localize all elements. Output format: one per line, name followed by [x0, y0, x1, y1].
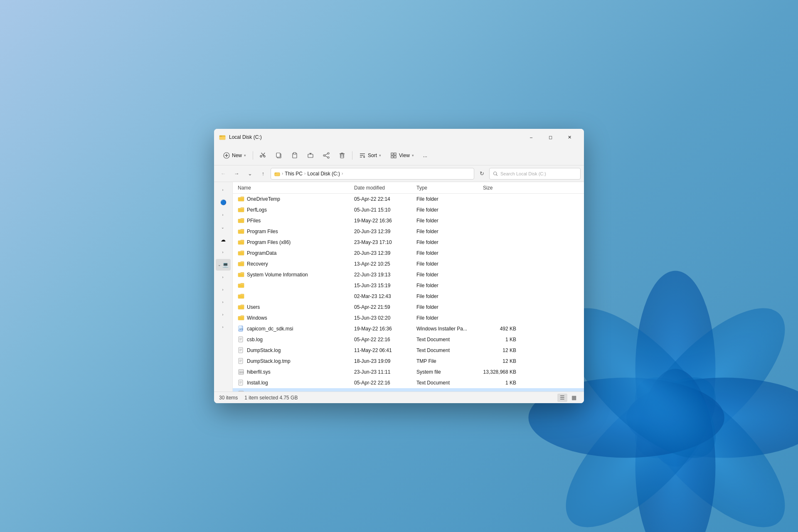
path-local-disk: Local Disk (C:): [307, 171, 340, 177]
sidebar-item-1[interactable]: ›: [216, 184, 231, 196]
path-separator-3: ›: [342, 171, 343, 176]
file-name: OneDriveTemp: [247, 196, 280, 202]
table-row[interactable]: Install.log05-Apr-22 22:16Text Document1…: [233, 377, 584, 388]
share-button[interactable]: [319, 148, 334, 163]
file-name: Users: [247, 304, 260, 310]
sidebar-item-4[interactable]: ⌄: [216, 222, 231, 233]
new-button[interactable]: New ▾: [219, 148, 250, 163]
minimize-button[interactable]: –: [522, 131, 541, 144]
sidebar-item-12[interactable]: ›: [216, 321, 231, 333]
table-row[interactable]: System Volume Information22-Jun-23 19:13…: [233, 269, 584, 280]
file-size: 492 KB: [480, 326, 521, 332]
file-name-cell: Users: [234, 304, 351, 310]
copy-button[interactable]: [271, 148, 286, 163]
toolbar-separator-1: [253, 151, 253, 160]
sidebar-item-7[interactable]: ⌄ 💻: [216, 259, 231, 271]
file-date: 05-Jun-21 15:10: [351, 207, 413, 213]
view-button[interactable]: View ▾: [386, 148, 418, 163]
up-button[interactable]: ↑: [257, 168, 269, 180]
file-name: Program Files (x86): [247, 239, 291, 245]
details-view-button[interactable]: ☰: [557, 394, 567, 402]
tiles-view-button[interactable]: ▦: [569, 394, 579, 402]
table-row[interactable]: SYSpagefile.sys18-Jun-23 19:09System fil…: [233, 388, 584, 392]
back-button[interactable]: ←: [217, 168, 229, 180]
file-list[interactable]: Name Date modified Type Size OneDriveTem…: [233, 182, 584, 392]
table-row[interactable]: DumpStack.log11-May-22 06:41Text Documen…: [233, 345, 584, 356]
address-path[interactable]: › This PC › Local Disk (C:) ›: [271, 168, 474, 180]
file-name: hiberfil.sys: [247, 369, 271, 375]
table-row[interactable]: ProgramData20-Jun-23 12:39File folder: [233, 248, 584, 259]
table-row[interactable]: Recovery13-Apr-22 10:25File folder: [233, 259, 584, 269]
delete-button[interactable]: [335, 148, 350, 163]
file-type: File folder: [413, 207, 480, 213]
sidebar-icon-2: 🔵: [220, 199, 227, 206]
table-row[interactable]: Windows15-Jun-23 02:20File folder: [233, 313, 584, 323]
file-name-cell: Program Files (x86): [234, 239, 351, 246]
drive-small-icon: [274, 171, 280, 177]
svg-rect-24: [340, 154, 344, 158]
svg-point-0: [635, 271, 716, 466]
table-row[interactable]: Program Files20-Jun-23 12:39File folder: [233, 226, 584, 237]
table-row[interactable]: DumpStack.log.tmp18-Jun-23 19:09TMP File…: [233, 356, 584, 367]
file-name: capicom_dc_sdk.msi: [247, 326, 293, 332]
file-size: 1 KB: [480, 380, 521, 386]
col-header-name[interactable]: Name: [234, 185, 351, 191]
table-row[interactable]: 15-Jun-23 15:19File folder: [233, 280, 584, 291]
file-type: Text Document: [413, 347, 480, 353]
maximize-button[interactable]: ◻: [541, 131, 560, 144]
file-date: 11-May-22 06:41: [351, 347, 413, 353]
file-size: 12 KB: [480, 358, 521, 364]
file-date: 20-Jun-23 12:39: [351, 250, 413, 256]
table-row[interactable]: Program Files (x86)23-May-23 17:10File f…: [233, 237, 584, 248]
col-header-date[interactable]: Date modified: [351, 185, 413, 191]
sidebar-item-5[interactable]: ☁: [216, 234, 231, 246]
svg-rect-33: [394, 153, 396, 155]
table-row[interactable]: 02-Mar-23 12:43File folder: [233, 291, 584, 302]
table-row[interactable]: SYShiberfil.sys23-Jun-23 11:11System fil…: [233, 367, 584, 377]
view-icon: [390, 152, 397, 159]
column-headers: Name Date modified Type Size: [233, 182, 584, 194]
cut-icon: [260, 152, 266, 159]
file-name-cell: OneDriveTemp: [234, 196, 351, 202]
refresh-button[interactable]: ↻: [476, 168, 488, 180]
col-header-type[interactable]: Type: [413, 185, 480, 191]
title-controls: – ◻ ✕: [522, 131, 579, 144]
window-icon: [219, 134, 226, 140]
table-row[interactable]: OneDriveTemp05-Apr-22 22:14File folder: [233, 194, 584, 204]
forward-button[interactable]: →: [231, 168, 242, 180]
sidebar-item-2[interactable]: 🔵: [216, 197, 231, 208]
table-row[interactable]: MSIcapicom_dc_sdk.msi19-May-22 16:36Wind…: [233, 323, 584, 334]
chevron-right-icon-10: ›: [222, 300, 224, 304]
chevron-right-icon-8: ›: [222, 275, 224, 279]
path-separator-1: ›: [282, 171, 283, 176]
svg-point-4: [635, 369, 716, 532]
paste-button[interactable]: [287, 148, 302, 163]
file-size: 13,328,968 KB: [480, 369, 521, 375]
rename-button[interactable]: [303, 148, 318, 163]
svg-text:MSI: MSI: [239, 328, 243, 330]
file-date: 22-Jun-23 19:13: [351, 272, 413, 278]
search-box[interactable]: Search Local Disk (C:): [489, 168, 581, 180]
file-date: 02-Mar-23 12:43: [351, 293, 413, 299]
table-row[interactable]: csb.log05-Apr-22 22:16Text Document1 KB: [233, 334, 584, 345]
svg-rect-10: [219, 137, 225, 140]
file-date: 15-Jun-23 02:20: [351, 315, 413, 321]
file-type: File folder: [413, 250, 480, 256]
col-header-size[interactable]: Size: [480, 185, 521, 191]
recent-locations-button[interactable]: ⌄: [244, 168, 256, 180]
table-row[interactable]: PerfLogs05-Jun-21 15:10File folder: [233, 204, 584, 215]
table-row[interactable]: PFiles19-May-22 16:36File folder: [233, 215, 584, 226]
cut-button[interactable]: [256, 148, 271, 163]
more-button[interactable]: ...: [419, 148, 431, 163]
sidebar-item-3[interactable]: ›: [216, 209, 231, 221]
sidebar-item-10[interactable]: ›: [216, 296, 231, 308]
svg-rect-35: [394, 156, 396, 158]
close-button[interactable]: ✕: [560, 131, 579, 144]
sidebar-item-6[interactable]: ›: [216, 246, 231, 258]
table-row[interactable]: Users05-Apr-22 21:59File folder: [233, 302, 584, 313]
sidebar-item-9[interactable]: ›: [216, 284, 231, 296]
sidebar-item-8[interactable]: ›: [216, 271, 231, 283]
explorer-window: Local Disk (C:) – ◻ ✕ New ▾: [214, 129, 584, 403]
sort-button[interactable]: Sort ▾: [355, 148, 385, 163]
sidebar-item-11[interactable]: ›: [216, 309, 231, 320]
